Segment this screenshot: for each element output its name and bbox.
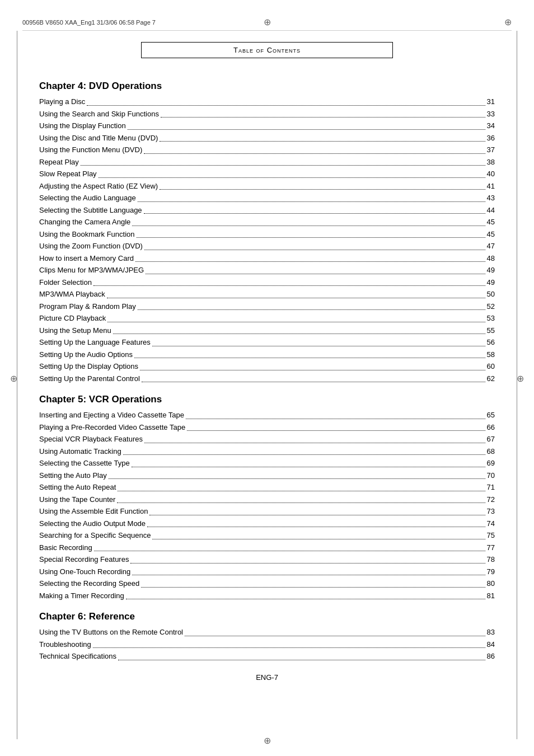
- toc-dots: [161, 117, 485, 118]
- toc-entry-label: Special Recording Features: [39, 554, 129, 565]
- toc-entry-label: Using the Function Menu (DVD): [39, 144, 142, 156]
- toc-entry-page: 81: [487, 590, 495, 602]
- toc-entry-label: Adjusting the Aspect Ratio (EZ View): [39, 181, 158, 192]
- toc-entry-label: Clips Menu for MP3/WMA/JPEG: [39, 265, 144, 276]
- toc-dots: [109, 478, 485, 479]
- toc-dots: [137, 237, 485, 238]
- toc-entry-page: 48: [487, 253, 495, 264]
- toc-entry-label: Using Automatic Tracking: [39, 446, 121, 457]
- toc-entry-label: Technical Specifications: [39, 651, 116, 662]
- toc-entry-label: How to insert a Memory Card: [39, 253, 134, 264]
- toc-entry: MP3/WMA Playback50: [39, 289, 495, 300]
- toc-entry-page: 52: [487, 301, 495, 312]
- toc-entry: Using the Assemble Edit Function73: [39, 506, 495, 517]
- toc-entry-page: 71: [487, 482, 495, 493]
- toc-entry-label: Setting Up the Language Features: [39, 337, 151, 348]
- toc-entry-page: 47: [487, 241, 495, 252]
- toc-entry-page: 65: [487, 410, 495, 421]
- toc-entry: Selecting the Recording Speed80: [39, 578, 495, 589]
- toc-entry-page: 40: [487, 168, 495, 180]
- toc-entry-label: Basic Recording: [39, 542, 92, 553]
- toc-entry-page: 83: [487, 627, 495, 638]
- toc-entry-label: Using the Bookmark Function: [39, 229, 135, 240]
- toc-dots: [93, 285, 485, 286]
- toc-dots: [107, 322, 485, 322]
- toc-entry-page: 74: [487, 518, 495, 529]
- toc-entry: Using the Bookmark Function45: [39, 229, 495, 240]
- toc-entry-label: Folder Selection: [39, 277, 92, 288]
- toc-entry-label: Troubleshooting: [39, 639, 91, 650]
- right-border-line: [517, 31, 517, 739]
- chapter6-entries: Using the TV Buttons on the Remote Contr…: [39, 627, 495, 662]
- toc-dots: [107, 298, 485, 298]
- toc-entry-label: Special VCR Playback Features: [39, 434, 143, 445]
- toc-entry: Using One-Touch Recording79: [39, 566, 495, 577]
- toc-entry-page: 37: [487, 144, 495, 156]
- page-number: ENG-7: [39, 673, 495, 682]
- toc-entry: Selecting the Subtitle Language44: [39, 205, 495, 216]
- toc-entry: Using the Disc and Title Menu (DVD)36: [39, 133, 495, 144]
- toc-entry-page: 69: [487, 458, 495, 469]
- toc-dots: [138, 309, 485, 310]
- toc-dots: [146, 274, 485, 274]
- toc-entry-label: Making a Timer Recording: [39, 590, 124, 602]
- toc-entry: Selecting the Cassette Type69: [39, 458, 495, 469]
- toc-entry: Using Automatic Tracking68: [39, 446, 495, 457]
- toc-entry-label: Setting Up the Parental Control: [39, 373, 140, 384]
- chapter5-entries: Inserting and Ejecting a Video Cassette …: [39, 410, 495, 601]
- toc-dots: [134, 358, 485, 358]
- toc-dots: [149, 515, 485, 515]
- toc-entry-label: Playing a Pre-Recorded Video Cassette Ta…: [39, 422, 185, 433]
- toc-dots: [144, 250, 485, 250]
- toc-dots: [144, 213, 485, 214]
- toc-dots: [140, 370, 485, 370]
- toc-entry-page: 73: [487, 506, 495, 517]
- toc-entry: Making a Timer Recording81: [39, 590, 495, 602]
- right-crosshair-icon: ⊕: [517, 373, 524, 383]
- chapter5-heading: Chapter 5: VCR Operations: [39, 394, 495, 405]
- toc-entry: Special VCR Playback Features67: [39, 434, 495, 445]
- toc-entry: Using the Tape Counter72: [39, 494, 495, 505]
- toc-entry: Setting Up the Parental Control62: [39, 373, 495, 384]
- toc-entry-label: Using One-Touch Recording: [39, 566, 130, 577]
- toc-entry-label: Setting the Auto Repeat: [39, 482, 116, 493]
- toc-dots: [144, 153, 485, 154]
- header-crosshair-icon: ⊕: [504, 17, 512, 27]
- toc-entry-label: Using the TV Buttons on the Remote Contr…: [39, 627, 183, 638]
- toc-dots: [152, 539, 485, 539]
- toc-entry: Repeat Play38: [39, 157, 495, 168]
- toc-entry-page: 55: [487, 325, 495, 336]
- toc-dots: [94, 551, 485, 551]
- toc-entry-label: Selecting the Subtitle Language: [39, 205, 142, 216]
- main-content: Table of Contents Chapter 4: DVD Operati…: [22, 42, 512, 682]
- toc-entry-page: 43: [487, 192, 495, 204]
- toc-entry: Using the TV Buttons on the Remote Contr…: [39, 627, 495, 638]
- toc-entry: Setting Up the Language Features56: [39, 337, 495, 348]
- toc-entry: Using the Function Menu (DVD)37: [39, 144, 495, 156]
- toc-entry-page: 86: [487, 651, 495, 662]
- toc-entry: Special Recording Features78: [39, 554, 495, 565]
- toc-entry: Slow Repeat Play40: [39, 168, 495, 180]
- toc-entry-label: Searching for a Specific Sequence: [39, 530, 151, 541]
- toc-dots: [93, 647, 485, 648]
- toc-dots: [185, 636, 485, 636]
- toc-dots: [138, 201, 485, 202]
- toc-entry-page: 68: [487, 446, 495, 457]
- toc-dots: [187, 430, 485, 431]
- toc-entry-page: 31: [487, 96, 495, 107]
- toc-entry: Clips Menu for MP3/WMA/JPEG49: [39, 265, 495, 276]
- toc-entry-page: 53: [487, 313, 495, 324]
- toc-dots: [123, 454, 485, 455]
- toc-entry-label: Selecting the Audio Language: [39, 192, 136, 204]
- toc-entry: Program Play & Random Play52: [39, 301, 495, 312]
- toc-entry-page: 58: [487, 349, 495, 360]
- toc-title: Table of Contents: [233, 46, 301, 54]
- toc-entry-label: Selecting the Recording Speed: [39, 578, 139, 589]
- chapter6-heading: Chapter 6: Reference: [39, 611, 495, 622]
- toc-dots: [141, 587, 485, 588]
- toc-entry-page: 49: [487, 277, 495, 288]
- toc-entry: Playing a Pre-Recorded Video Cassette Ta…: [39, 422, 495, 433]
- toc-entry: Setting the Auto Play70: [39, 470, 495, 481]
- toc-dots: [160, 189, 485, 190]
- toc-entry: Selecting the Audio Output Mode74: [39, 518, 495, 529]
